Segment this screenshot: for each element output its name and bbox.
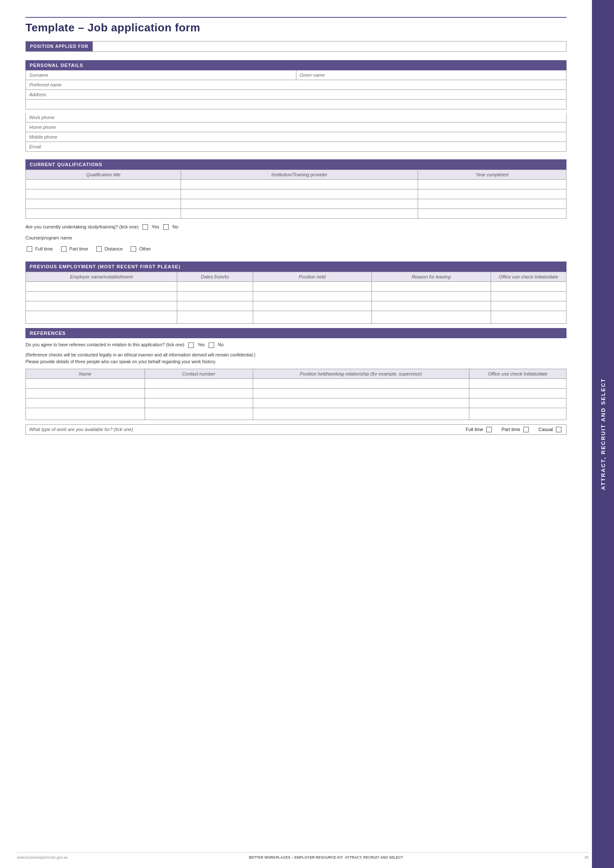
ref-name-cell[interactable] (26, 378, 145, 388)
ref-contact-cell[interactable] (145, 388, 253, 398)
personal-details-header: PERSONAL DETAILS (25, 60, 567, 70)
ref-yes-checkbox[interactable] (188, 342, 194, 348)
ref-name-cell[interactable] (26, 408, 145, 420)
ref-position-header: Position held/working relationship (for … (253, 369, 469, 378)
table-row (26, 199, 567, 209)
position-cell[interactable] (253, 301, 372, 311)
dates-cell[interactable] (177, 311, 253, 324)
qual-year-cell[interactable] (418, 189, 566, 199)
office-cell[interactable] (491, 282, 567, 292)
ref-position-cell[interactable] (253, 388, 469, 398)
qualifications-header: CURRENT QUALIFICATIONS (25, 159, 567, 170)
address-field[interactable]: Address (26, 90, 566, 99)
avail-casual: Casual (539, 427, 563, 432)
ref-position-cell[interactable] (253, 378, 469, 388)
reason-cell[interactable] (372, 311, 491, 324)
avail-parttime-checkbox[interactable] (523, 427, 529, 432)
qual-title-cell[interactable] (26, 189, 181, 199)
ref-name-cell[interactable] (26, 388, 145, 398)
dates-cell[interactable] (177, 282, 253, 292)
reason-cell[interactable] (372, 301, 491, 311)
preferred-name-field[interactable]: Preferred name (26, 80, 566, 89)
ref-contact-cell[interactable] (145, 398, 253, 408)
table-row (26, 209, 567, 219)
ref-office-cell[interactable] (469, 398, 567, 408)
ref-position-cell[interactable] (253, 408, 469, 420)
employer-cell[interactable] (26, 311, 177, 324)
availability-options: Full time Part time Casual (466, 427, 563, 432)
dates-cell[interactable] (177, 301, 253, 311)
avail-casual-checkbox[interactable] (556, 427, 561, 432)
references-note: (Reference checks will be conducted lega… (25, 352, 567, 365)
qual-year-cell[interactable] (418, 180, 566, 189)
side-tab: ATTRACT, RECRUIT AND SELECT (592, 0, 614, 868)
ref-office-cell[interactable] (469, 378, 567, 388)
ref-office-cell[interactable] (469, 408, 567, 420)
ref-contact-cell[interactable] (145, 408, 253, 420)
ref-position-cell[interactable] (253, 398, 469, 408)
qual-title-cell[interactable] (26, 199, 181, 209)
footer-page-number: 30 (584, 855, 589, 860)
qual-year-cell[interactable] (418, 209, 566, 219)
given-name-field[interactable]: Given name (296, 70, 567, 80)
other-checkbox[interactable] (131, 246, 136, 252)
ref-office-cell[interactable] (469, 388, 567, 398)
employer-cell[interactable] (26, 282, 177, 292)
position-cell[interactable] (253, 311, 372, 324)
employer-cell[interactable] (26, 301, 177, 311)
qual-title-cell[interactable] (26, 209, 181, 219)
address-row: Address (25, 90, 567, 100)
email-row: Email (25, 142, 567, 152)
ref-no-checkbox[interactable] (209, 342, 214, 348)
position-value[interactable] (92, 42, 566, 51)
office-cell[interactable] (491, 292, 567, 301)
references-question: Do you agree to have referees contacted … (25, 342, 184, 348)
study-type-group: Full time Part time Distance Other (25, 245, 567, 253)
office-cell[interactable] (491, 301, 567, 311)
avail-fulltime-checkbox[interactable] (486, 427, 492, 432)
qual-provider-cell[interactable] (181, 209, 418, 219)
qual-provider-header: Institution/Training provider (181, 170, 418, 180)
qual-provider-cell[interactable] (181, 199, 418, 209)
ref-office-header: Office use check Initials/date (469, 369, 567, 378)
home-phone-field[interactable]: Home phone (26, 122, 566, 132)
table-row (26, 408, 567, 420)
office-header: Office use check Initials/date (491, 272, 567, 282)
parttime-option: Part time (60, 245, 88, 253)
footer-center: BETTER WORKPLACES – EMPLOYER RESOURCE KI… (249, 855, 403, 860)
ref-name-header: Name (26, 369, 145, 378)
table-row (26, 282, 567, 292)
study-question-text: Are you currently undertaking study/trai… (25, 223, 139, 231)
position-cell[interactable] (253, 292, 372, 301)
email-field[interactable]: Email (26, 142, 566, 151)
employment-section: PREVIOUS EMPLOYMENT (MOST RECENT FIRST P… (25, 262, 567, 324)
reason-cell[interactable] (372, 282, 491, 292)
page-title: Template – Job application form (25, 21, 567, 34)
employment-table: Employer name/establishment Dates from/t… (25, 272, 567, 324)
ref-name-cell[interactable] (26, 398, 145, 408)
yes-checkbox[interactable] (142, 224, 148, 230)
qual-provider-cell[interactable] (181, 189, 418, 199)
table-row (26, 292, 567, 301)
parttime-checkbox[interactable] (61, 246, 67, 252)
qual-year-cell[interactable] (418, 199, 566, 209)
address-field-2[interactable] (26, 100, 566, 109)
qual-provider-cell[interactable] (181, 180, 418, 189)
ref-contact-cell[interactable] (145, 378, 253, 388)
dates-cell[interactable] (177, 292, 253, 301)
office-cell[interactable] (491, 311, 567, 324)
qual-title-cell[interactable] (26, 180, 181, 189)
mobile-phone-field[interactable]: Mobile phone (26, 132, 566, 142)
fulltime-checkbox[interactable] (27, 246, 32, 252)
references-question-row: Do you agree to have referees contacted … (25, 342, 567, 348)
employer-cell[interactable] (26, 292, 177, 301)
position-cell[interactable] (253, 282, 372, 292)
work-phone-field[interactable]: Work phone (26, 113, 566, 122)
distance-checkbox[interactable] (96, 246, 102, 252)
reason-cell[interactable] (372, 292, 491, 301)
preferred-name-row: Preferred name (25, 80, 567, 90)
qual-title-header: Qualification title (26, 170, 181, 180)
no-checkbox[interactable] (163, 224, 169, 230)
home-phone-row: Home phone (25, 122, 567, 132)
surname-field[interactable]: Surname (26, 70, 296, 80)
